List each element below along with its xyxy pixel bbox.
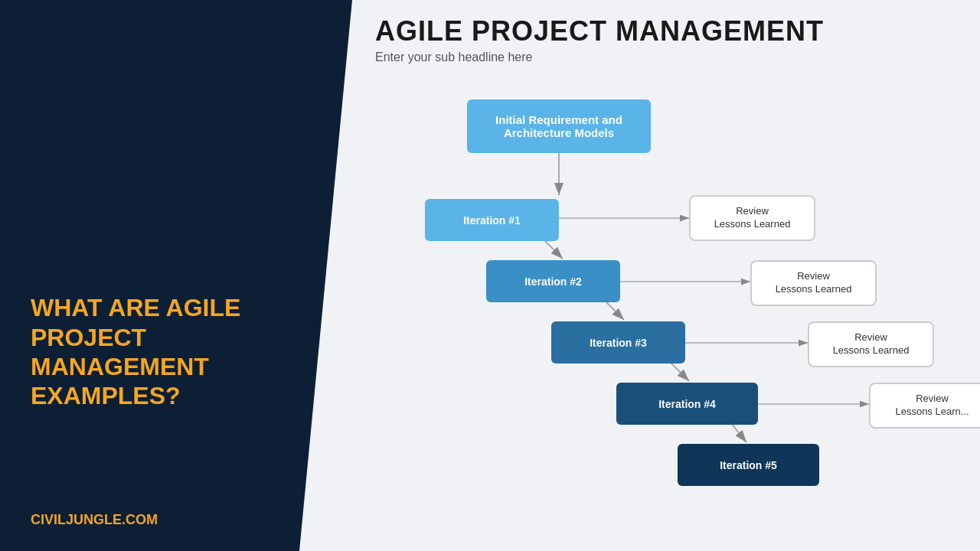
page-title: AGILE PROJECT MANAGEMENT xyxy=(375,15,824,47)
initial-requirements-box: Initial Requirement and Architecture Mod… xyxy=(467,99,651,153)
right-header: AGILE PROJECT MANAGEMENT Enter your sub … xyxy=(352,15,824,64)
iteration-5-box: Iteration #5 xyxy=(678,444,819,486)
left-content: WHAT ARE AGILE PROJECT MANAGEMENT EXAMPL… xyxy=(0,0,337,551)
iteration-3-box: Iteration #3 xyxy=(551,321,685,364)
main-question-heading: WHAT ARE AGILE PROJECT MANAGEMENT EXAMPL… xyxy=(31,293,291,411)
iteration-4-box: Iteration #4 xyxy=(616,383,758,425)
review-lessons-4-box: ReviewLessons Learn... xyxy=(869,383,980,429)
review-lessons-3-box: ReviewLessons Learned xyxy=(808,321,934,367)
site-url-label: CIVILJUNGLE.COM xyxy=(31,512,158,528)
left-title-area: WHAT ARE AGILE PROJECT MANAGEMENT EXAMPL… xyxy=(31,140,306,411)
review-lessons-1-box: ReviewLessons Learned xyxy=(689,195,815,241)
review-lessons-2-box: ReviewLessons Learned xyxy=(750,260,877,306)
iteration-2-box: Iteration #2 xyxy=(486,260,620,302)
page-subtitle: Enter your sub headline here xyxy=(375,51,824,64)
diagram-container: Initial Requirement and Architecture Mod… xyxy=(337,77,980,551)
arrows-svg xyxy=(337,77,980,551)
iteration-1-box: Iteration #1 xyxy=(425,199,559,241)
